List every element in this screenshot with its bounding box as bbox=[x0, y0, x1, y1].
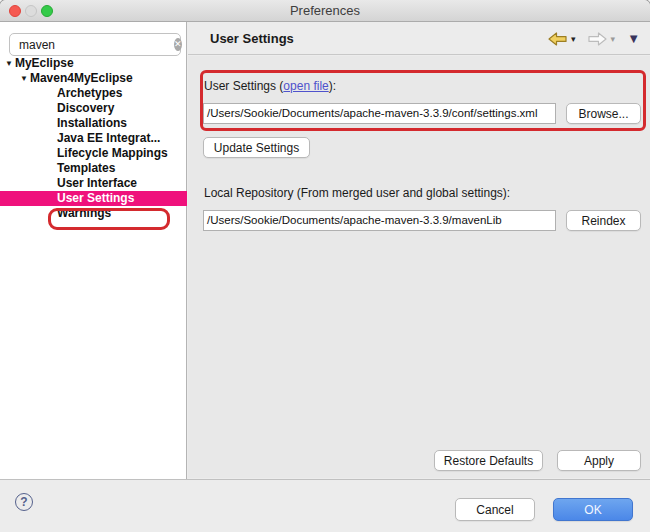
tree-item-maven4myeclipse[interactable]: ▼Maven4MyEclipse bbox=[0, 71, 187, 86]
tree-item-lifecycle-mappings[interactable]: Lifecycle Mappings bbox=[0, 146, 187, 161]
clear-search-icon[interactable]: ✕ bbox=[174, 38, 182, 51]
tree-item-label: Warnings bbox=[57, 206, 111, 220]
user-settings-path-field[interactable]: /Users/Sookie/Documents/apache-maven-3.3… bbox=[203, 103, 556, 124]
tree-item-label: User Interface bbox=[57, 176, 137, 190]
tree-item-label: Installations bbox=[57, 116, 127, 130]
open-file-link[interactable]: open file bbox=[283, 79, 328, 93]
filter-search-field[interactable]: ✕ bbox=[9, 33, 181, 56]
search-input[interactable] bbox=[19, 38, 174, 52]
tree-item-label: User Settings bbox=[57, 191, 134, 205]
disclosure-triangle-icon[interactable]: ▼ bbox=[20, 74, 28, 83]
back-arrow-icon[interactable] bbox=[548, 32, 567, 46]
disclosure-triangle-icon[interactable]: ▼ bbox=[5, 59, 13, 68]
back-history-dropdown-icon[interactable]: ▾ bbox=[571, 34, 576, 44]
forward-history-dropdown-icon: ▾ bbox=[611, 34, 616, 44]
page-title: User Settings bbox=[210, 22, 294, 55]
page-header: User Settings ▾ ▾ ▼ bbox=[188, 22, 650, 55]
tree-item-myeclipse[interactable]: ▼MyEclipse bbox=[0, 56, 187, 71]
tree-item-templates[interactable]: Templates bbox=[0, 161, 187, 176]
view-menu-icon[interactable]: ▼ bbox=[627, 31, 640, 46]
dialog-button-bar: ? Cancel OK bbox=[0, 479, 650, 532]
tree-item-label: Archetypes bbox=[57, 86, 122, 100]
tree-item-installations[interactable]: Installations bbox=[0, 116, 187, 131]
tree-item-user-settings[interactable]: User Settings bbox=[0, 191, 187, 206]
local-repository-label: Local Repository (From merged user and g… bbox=[204, 186, 510, 200]
user-settings-label: User Settings (open file): bbox=[204, 79, 336, 93]
tree-item-label: Discovery bbox=[57, 101, 114, 115]
user-settings-label-prefix: User Settings ( bbox=[204, 79, 283, 93]
tree-item-label: Maven4MyEclipse bbox=[30, 71, 133, 85]
sidebar: ✕ ▼MyEclipse▼Maven4MyEclipseArchetypesDi… bbox=[0, 22, 187, 479]
local-repository-path-field[interactable]: /Users/Sookie/Documents/apache-maven-3.3… bbox=[203, 210, 556, 231]
user-settings-page: User Settings (open file): /Users/Sookie… bbox=[188, 56, 650, 478]
forward-arrow-icon bbox=[588, 32, 607, 46]
apply-button[interactable]: Apply bbox=[557, 450, 641, 471]
tree-item-label: MyEclipse bbox=[15, 56, 74, 70]
browse-button[interactable]: Browse... bbox=[566, 103, 641, 124]
cancel-button[interactable]: Cancel bbox=[455, 498, 535, 521]
tree-item-archetypes[interactable]: Archetypes bbox=[0, 86, 187, 101]
reindex-button[interactable]: Reindex bbox=[566, 210, 641, 231]
user-settings-label-suffix: ): bbox=[329, 79, 336, 93]
tree-item-label: Templates bbox=[57, 161, 115, 175]
tree-item-user-interface[interactable]: User Interface bbox=[0, 176, 187, 191]
tree-item-label: Lifecycle Mappings bbox=[57, 146, 168, 160]
update-settings-button[interactable]: Update Settings bbox=[203, 137, 310, 158]
restore-defaults-button[interactable]: Restore Defaults bbox=[434, 450, 543, 471]
help-icon[interactable]: ? bbox=[15, 493, 33, 511]
preferences-tree: ▼MyEclipse▼Maven4MyEclipseArchetypesDisc… bbox=[0, 56, 187, 221]
tree-item-discovery[interactable]: Discovery bbox=[0, 101, 187, 116]
tree-item-warnings[interactable]: Warnings bbox=[0, 206, 187, 221]
tree-item-java-ee-integrat[interactable]: Java EE Integrat... bbox=[0, 131, 187, 146]
tree-item-label: Java EE Integrat... bbox=[57, 131, 160, 145]
title-bar: Preferences bbox=[0, 0, 650, 22]
preferences-window: Preferences ✕ ▼MyEclipse▼Maven4MyEclipse… bbox=[0, 0, 650, 532]
window-title: Preferences bbox=[0, 0, 650, 22]
ok-button[interactable]: OK bbox=[553, 498, 633, 521]
